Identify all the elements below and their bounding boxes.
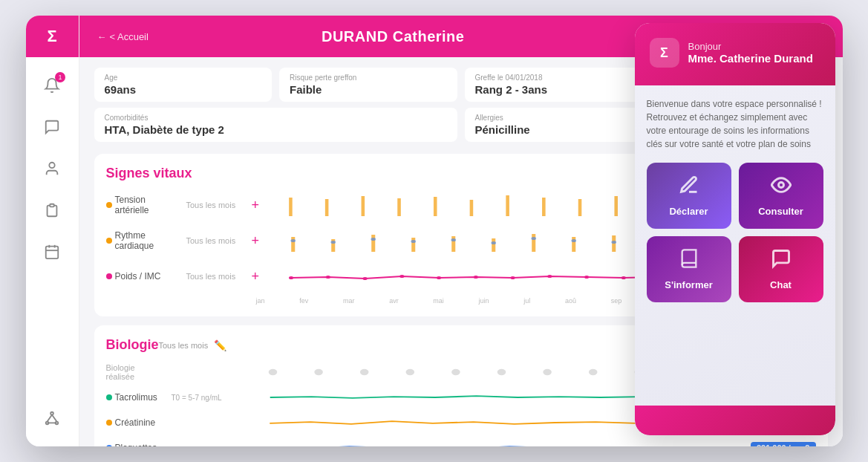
sinformer-icon	[679, 248, 699, 273]
bio-realisee-label: Biologie réalisée	[106, 363, 166, 381]
back-button[interactable]: ← < Accueil	[97, 31, 149, 42]
vital-label-rythme: Rythme cardiaque	[106, 230, 180, 251]
axis-aou: aoû	[565, 297, 576, 305]
poids-dot	[106, 273, 112, 279]
svg-rect-2	[46, 247, 59, 259]
notifications-icon[interactable]: 1	[36, 69, 68, 102]
logo-symbol: Σ	[47, 27, 56, 46]
svg-point-73	[778, 183, 783, 188]
info-value-comorbidites: HTA, Diabète de type 2	[105, 123, 447, 136]
consulter-button[interactable]: Consulter	[739, 163, 823, 229]
svg-point-61	[268, 369, 277, 375]
chat-icon	[771, 248, 792, 273]
sidebar-icons: 1	[36, 57, 68, 446]
svg-point-54	[474, 276, 478, 279]
axis-jul: jul	[523, 297, 530, 305]
bio-label-creatinine: Créatinine	[106, 417, 166, 428]
axis-fev: fev	[299, 297, 308, 305]
info-label-comorbidites: Comorbidités	[105, 114, 447, 122]
info-label-age: Age	[105, 74, 262, 82]
svg-point-57	[584, 276, 589, 279]
tension-freq: Tous les mois	[186, 201, 246, 209]
svg-point-38	[330, 241, 336, 244]
rythme-add-button[interactable]: +	[252, 233, 260, 249]
plaquettes-badge: 291 000 /mm3	[751, 442, 816, 446]
info-value-age: 69ans	[105, 83, 262, 96]
sidebar-logo: Σ	[26, 16, 79, 57]
sidebar: Σ 1	[26, 16, 79, 446]
info-value-risque: Faible	[290, 83, 447, 96]
tacrolimus-dot	[106, 394, 112, 400]
svg-point-64	[405, 369, 414, 375]
svg-point-0	[49, 163, 54, 168]
declarer-button[interactable]: Déclarer	[647, 163, 731, 229]
bio-label-tacrolimus: Tacrolimus	[106, 392, 166, 403]
svg-point-51	[363, 277, 368, 280]
svg-point-41	[451, 238, 456, 241]
svg-point-52	[399, 275, 404, 278]
creatinine-dot	[106, 420, 112, 426]
bio-target-tacrolimus: T0 = 5-7 ng/mL	[172, 394, 238, 402]
svg-point-68	[588, 369, 597, 375]
svg-point-37	[290, 239, 296, 242]
svg-point-45	[611, 241, 616, 244]
plaquettes-dot	[106, 445, 112, 446]
svg-point-62	[314, 369, 323, 375]
bio-label-plaquettes: Plaquettes	[106, 443, 166, 446]
axis-sep: sep	[611, 297, 622, 305]
vital-label-poids: Poids / IMC	[106, 271, 180, 282]
back-label: < Accueil	[110, 31, 149, 42]
axis-jan: jan	[256, 297, 265, 305]
panel-header: Σ Bonjour Mme. Catherine Durand	[635, 23, 835, 85]
notification-badge: 1	[55, 72, 65, 82]
info-card-greffe: Greffe le 04/01/2018 Rang 2 - 3ans	[465, 68, 643, 102]
panel-footer	[635, 406, 835, 435]
svg-point-6	[50, 412, 53, 415]
info-label-greffe: Greffe le 04/01/2018	[475, 74, 633, 82]
calendar-icon[interactable]	[36, 235, 68, 268]
biologie-title: Biologie	[106, 337, 159, 353]
svg-point-58	[621, 276, 626, 279]
svg-point-44	[571, 239, 576, 242]
profile-icon[interactable]	[36, 152, 68, 185]
tension-dot	[106, 202, 112, 208]
chat-button[interactable]: Chat	[739, 236, 823, 302]
svg-point-42	[491, 241, 496, 244]
svg-rect-1	[50, 204, 54, 207]
clipboard-icon[interactable]	[36, 194, 68, 227]
info-label-risque: Risque perte greffon	[290, 74, 447, 82]
svg-point-65	[451, 369, 460, 375]
signes-vitaux-title: Signes vitaux	[106, 166, 192, 181]
panel-overlay: Σ Bonjour Mme. Catherine Durand Bienvenu…	[635, 23, 835, 435]
info-card-risque: Risque perte greffon Faible	[279, 68, 457, 102]
svg-point-55	[511, 276, 515, 279]
bio-row-plaquettes: Plaquettes 291 000 /mm3	[106, 437, 816, 446]
declarer-icon	[679, 175, 699, 200]
poids-add-button[interactable]: +	[252, 269, 260, 284]
biologie-freq: Tous les mois	[159, 341, 209, 350]
panel-actions: Déclarer Consulter	[647, 163, 823, 302]
panel-logo: Σ	[650, 38, 679, 68]
messages-icon[interactable]	[36, 111, 68, 143]
consulter-icon	[771, 175, 792, 200]
svg-point-50	[326, 276, 330, 279]
info-value-greffe: Rang 2 - 3ans	[475, 83, 633, 96]
page-title: DURAND Catherine	[160, 28, 626, 45]
sinformer-button[interactable]: S'informer	[647, 236, 731, 302]
svg-line-10	[52, 414, 56, 421]
svg-point-39	[371, 238, 376, 241]
svg-line-9	[48, 414, 52, 421]
network-icon[interactable]	[36, 402, 68, 435]
panel-patient-name: Mme. Catherine Durand	[688, 52, 813, 65]
svg-point-40	[411, 240, 416, 243]
svg-point-66	[497, 369, 506, 375]
axis-avr: avr	[389, 297, 399, 305]
svg-point-43	[531, 237, 536, 240]
info-card-comorbidites: Comorbidités HTA, Diabète de type 2	[94, 108, 457, 142]
axis-mar: mar	[343, 297, 355, 305]
tension-add-button[interactable]: +	[252, 198, 260, 213]
axis-mai: mai	[433, 297, 444, 305]
biologie-edit-icon[interactable]: ✏️	[214, 339, 226, 351]
panel-greeting: Bonjour Mme. Catherine Durand	[688, 41, 813, 65]
sinformer-label: S'informer	[665, 279, 713, 290]
